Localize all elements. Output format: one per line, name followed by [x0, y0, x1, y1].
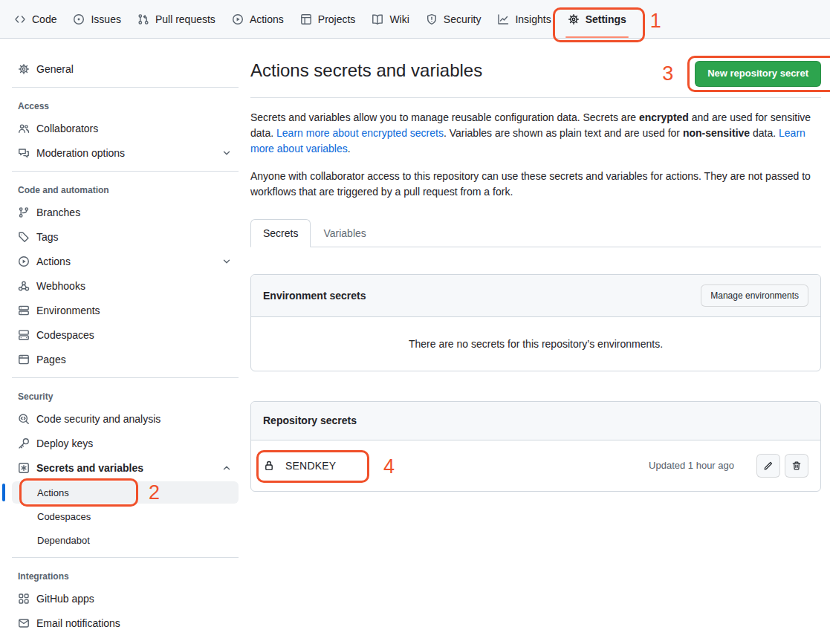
divider [12, 557, 239, 558]
delete-secret-button[interactable] [785, 454, 808, 478]
gear-icon [18, 63, 30, 75]
nav-tab-code[interactable]: Code [6, 0, 65, 38]
sidebar-item-tags[interactable]: Tags [12, 224, 239, 249]
main-content: Actions secrets and variables New reposi… [250, 39, 830, 492]
play-icon [232, 13, 244, 25]
tab-secrets[interactable]: Secrets [250, 219, 311, 247]
code-icon [14, 13, 26, 25]
git-pull-request-icon [137, 13, 149, 25]
nav-tab-security[interactable]: Security [418, 0, 490, 38]
sidebar-item-label: Code security and analysis [36, 413, 161, 425]
sidebar-item-actions[interactable]: Actions [12, 249, 239, 273]
sidebar-item-label: Branches [36, 206, 80, 218]
chevron-up-icon [221, 462, 233, 474]
sidebar-section-title-code-automation: Code and automation [12, 178, 239, 200]
secret-row-actions: Updated 1 hour ago [649, 454, 808, 478]
sidebar-item-moderation-options[interactable]: Moderation options [12, 140, 239, 165]
sidebar-subitem-actions-selected[interactable]: Actions 2 [12, 481, 239, 504]
secrets-variables-tabnav: Secrets Variables [250, 219, 821, 247]
sidebar-item-label: Webhooks [36, 280, 85, 292]
secret-updated-label: Updated 1 hour ago [649, 460, 734, 471]
git-branch-icon [18, 206, 30, 218]
people-icon [18, 123, 30, 134]
sidebar-item-label: Deploy keys [36, 438, 93, 449]
nav-tab-actions[interactable]: Actions [224, 0, 292, 38]
sidebar-item-pages[interactable]: Pages [12, 347, 239, 371]
nav-tab-projects[interactable]: Projects [292, 0, 364, 38]
repository-secrets-box: Repository secrets SENDKEY 4 Updated 1 h… [250, 401, 821, 492]
key-icon [18, 438, 30, 449]
nav-tab-label: Pull requests [155, 13, 215, 25]
mail-icon [18, 617, 30, 629]
key-asterisk-icon [18, 462, 30, 474]
active-tab-underline [565, 36, 629, 38]
manage-environments-button[interactable]: Manage environments [701, 284, 808, 307]
page-body: General Access Collaborators Moderation … [0, 39, 830, 635]
sidebar-section-title-integrations: Integrations [12, 564, 239, 586]
codescan-icon [18, 413, 30, 425]
nav-tab-pull-requests[interactable]: Pull requests [129, 0, 224, 38]
sidebar-item-deploy-keys[interactable]: Deploy keys [12, 431, 239, 455]
secret-name: SENDKEY 4 [263, 460, 336, 472]
annotation-number-3: 3 [662, 64, 673, 84]
secret-name-label: SENDKEY [285, 460, 336, 472]
sidebar-item-label: Actions [36, 256, 71, 267]
tab-variables[interactable]: Variables [311, 219, 378, 247]
sidebar-item-code-security[interactable]: Code security and analysis [12, 406, 239, 431]
sidebar-item-label: Codespaces [36, 329, 94, 341]
annotation-number-1: 1 [650, 11, 661, 31]
sidebar-item-label: General [36, 63, 74, 75]
sidebar-item-secrets-and-variables[interactable]: Secrets and variables [12, 455, 239, 480]
description-bold-non-sensitive: non-sensitive [683, 127, 750, 139]
nav-tab-wiki[interactable]: Wiki [363, 0, 417, 38]
description-text: . [348, 143, 351, 155]
webhook-icon [18, 280, 30, 292]
sidebar-item-environments[interactable]: Environments [12, 298, 239, 322]
description-paragraph-1: Secrets and variables allow you to manag… [250, 110, 821, 157]
environment-secrets-header: Environment secrets Manage environments [251, 275, 820, 317]
repository-secrets-title: Repository secrets [263, 414, 357, 426]
sidebar-subitem-dependabot[interactable]: Dependabot [12, 529, 239, 551]
table-icon [300, 13, 312, 25]
book-icon [372, 13, 383, 25]
nav-tab-label: Issues [91, 13, 120, 25]
edit-secret-button[interactable] [756, 454, 780, 478]
nav-tab-insights[interactable]: Insights [489, 0, 559, 38]
sidebar-item-label: Environments [36, 305, 100, 316]
sidebar-item-codespaces[interactable]: Codespaces [12, 322, 239, 347]
shield-icon [426, 13, 438, 25]
pencil-icon [763, 461, 774, 471]
repository-secrets-header: Repository secrets [251, 402, 820, 440]
nav-tab-settings[interactable]: Settings 1 [560, 0, 635, 38]
sidebar-item-label: Pages [36, 354, 66, 365]
sidebar-item-label: Moderation options [36, 147, 125, 159]
secret-row: SENDKEY 4 Updated 1 hour ago [251, 440, 820, 491]
encrypted-secrets-link[interactable]: Learn more about encrypted secrets [276, 127, 444, 139]
sidebar-item-webhooks[interactable]: Webhooks [12, 273, 239, 298]
nav-tab-label: Code [32, 13, 56, 25]
divider [12, 377, 239, 378]
page-title: Actions secrets and variables [250, 59, 482, 82]
settings-sidebar: General Access Collaborators Moderation … [0, 39, 250, 635]
page-header: Actions secrets and variables New reposi… [250, 59, 821, 98]
description-text: data. [750, 127, 779, 139]
sidebar-item-general[interactable]: General [12, 56, 239, 81]
environment-secrets-box: Environment secrets Manage environments … [250, 274, 821, 371]
nav-tab-label: Security [444, 13, 482, 25]
sidebar-item-email-notifications[interactable]: Email notifications [12, 611, 239, 635]
annotation-number-4: 4 [383, 457, 395, 477]
chevron-down-icon [221, 147, 233, 159]
sidebar-subitem-codespaces[interactable]: Codespaces [12, 505, 239, 527]
sidebar-item-github-apps[interactable]: GitHub apps [12, 586, 239, 611]
environment-secrets-empty-message: There are no secrets for this repository… [251, 317, 820, 371]
chevron-down-icon [221, 256, 233, 267]
sidebar-item-collaborators[interactable]: Collaborators [12, 116, 239, 140]
new-repository-secret-button[interactable]: New repository secret [695, 61, 821, 87]
environment-secrets-title: Environment secrets [263, 290, 366, 302]
sidebar-item-label: Codespaces [37, 511, 91, 522]
sidebar-item-branches[interactable]: Branches [12, 200, 239, 224]
repo-nav: Code Issues Pull requests Actions Projec… [0, 0, 830, 39]
comment-discussion-icon [18, 147, 30, 159]
nav-tab-issues[interactable]: Issues [65, 0, 129, 38]
description-text: Secrets and variables allow you to manag… [250, 111, 639, 123]
